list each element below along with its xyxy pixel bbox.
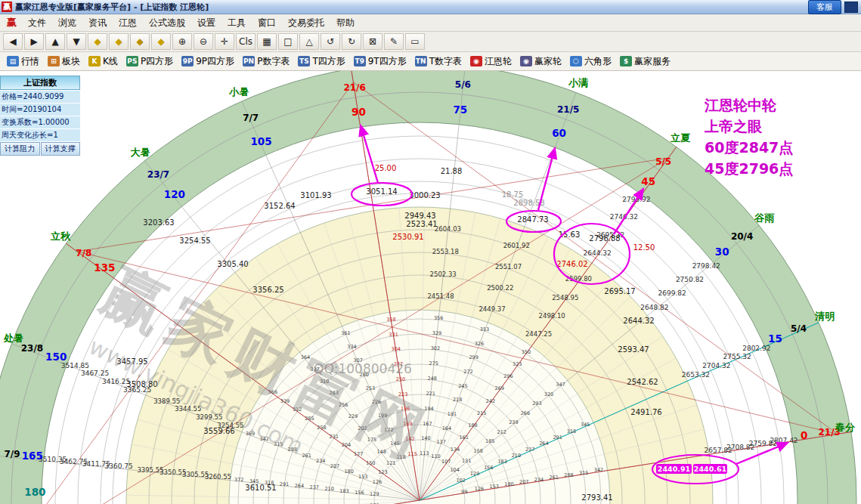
calc-button[interactable]: 计算阻力 xyxy=(0,142,40,156)
svg-text:3101.93: 3101.93 xyxy=(300,191,331,199)
svg-text:45度2796点: 45度2796点 xyxy=(705,160,793,177)
svg-text:2798.42: 2798.42 xyxy=(692,262,720,270)
svg-text:2440.91: 2440.91 xyxy=(658,465,690,473)
menu-item[interactable]: 工具 xyxy=(221,15,252,31)
tool-label: P四方形 xyxy=(141,55,173,68)
tool-T四方形[interactable]: TST四方形 xyxy=(294,54,348,70)
svg-text:242: 242 xyxy=(486,398,495,404)
svg-text:90: 90 xyxy=(352,106,366,118)
svg-text:23/8: 23/8 xyxy=(21,343,43,354)
triangle-tool-icon[interactable]: △ xyxy=(299,33,319,50)
delete-tool-icon[interactable]: ⊠ xyxy=(363,33,382,50)
zoom-out-icon[interactable]: ⊖ xyxy=(194,33,213,50)
calc-button[interactable]: 计算支撑 xyxy=(41,142,81,156)
svg-text:小暑: 小暑 xyxy=(228,86,249,97)
svg-text:21/6: 21/6 xyxy=(343,82,365,93)
tool-badge-icon: 9P xyxy=(181,56,194,66)
svg-text:180: 180 xyxy=(504,481,513,487)
diamond-4-icon[interactable]: ◆ xyxy=(151,33,171,50)
menu-item[interactable]: 浏览 xyxy=(52,15,82,31)
rotate-right-icon[interactable]: ↻ xyxy=(342,33,361,50)
svg-text:3000.23: 3000.23 xyxy=(409,191,440,199)
diamond-2-icon[interactable]: ◆ xyxy=(109,33,129,50)
index-name: 上证指数 xyxy=(0,76,80,90)
clear-button[interactable]: Cls xyxy=(236,33,256,50)
info-row: 周天变化步长=1 xyxy=(0,129,80,141)
back-icon[interactable]: ◀ xyxy=(3,33,23,50)
svg-text:221: 221 xyxy=(426,391,435,397)
svg-text:261: 261 xyxy=(550,475,559,481)
menu-item[interactable]: 江恩 xyxy=(113,15,143,31)
forward-icon[interactable]: ▶ xyxy=(24,33,44,50)
diamond-3-icon[interactable]: ◆ xyxy=(130,33,150,50)
svg-text:264: 264 xyxy=(295,483,304,489)
tool-江恩轮[interactable]: ◉江恩轮 xyxy=(466,54,516,70)
menu-item[interactable]: 交易委托 xyxy=(282,15,330,31)
svg-text:210: 210 xyxy=(512,453,521,459)
svg-text:150: 150 xyxy=(366,460,375,466)
svg-text:266: 266 xyxy=(521,410,530,416)
tool-badge-icon: ◉ xyxy=(470,56,482,66)
tool-9T四方形[interactable]: T99T四方形 xyxy=(350,54,410,70)
svg-text:272: 272 xyxy=(463,369,472,375)
tool-板块[interactable]: ⊞板块 xyxy=(44,54,84,70)
svg-text:立夏: 立夏 xyxy=(670,132,691,144)
tool-9P四方形[interactable]: 9P9P四方形 xyxy=(178,54,238,70)
menu-item[interactable]: 文件 xyxy=(22,15,52,31)
tool-赢家轮[interactable]: ◉赢家轮 xyxy=(516,54,565,70)
svg-text:2491.76: 2491.76 xyxy=(630,408,661,416)
diamond-1-icon[interactable]: ◆ xyxy=(88,33,107,50)
tool-label: 行情 xyxy=(21,55,39,68)
tool-P数字表[interactable]: PNP数字表 xyxy=(239,54,293,70)
svg-text:清明: 清明 xyxy=(814,311,835,322)
rect-tool-icon[interactable]: □ xyxy=(278,33,298,50)
svg-text:150: 150 xyxy=(45,351,67,363)
svg-text:2502.33: 2502.33 xyxy=(430,271,457,278)
rotate-left-icon[interactable]: ↺ xyxy=(321,33,340,50)
svg-text:105: 105 xyxy=(250,135,271,147)
tool-label: K线 xyxy=(103,55,118,68)
tool-行情[interactable]: ▤行情 xyxy=(3,54,43,70)
tool-T数字表[interactable]: TNT数字表 xyxy=(411,54,466,70)
tool-P四方形[interactable]: PSP四方形 xyxy=(122,54,177,70)
svg-text:188: 188 xyxy=(468,422,477,428)
menu-item[interactable]: 帮助 xyxy=(330,15,361,31)
up-icon[interactable]: ▲ xyxy=(45,33,65,50)
tool-赢家服务[interactable]: $赢家服务 xyxy=(616,54,674,70)
svg-text:7/7: 7/7 xyxy=(243,113,259,123)
svg-text:134: 134 xyxy=(451,447,460,453)
svg-text:288: 288 xyxy=(564,472,573,478)
down-icon[interactable]: ▼ xyxy=(67,33,86,50)
svg-text:2498.10: 2498.10 xyxy=(539,312,565,320)
svg-text:3467.25: 3467.25 xyxy=(81,369,109,377)
svg-text:2648.82: 2648.82 xyxy=(640,304,668,311)
menu-item[interactable]: 公式选股 xyxy=(143,15,191,31)
tool-badge-icon: ▤ xyxy=(7,56,19,66)
tool-badge-icon: PN xyxy=(243,56,255,66)
menu-item[interactable]: 设置 xyxy=(191,15,221,31)
svg-text:2750.82: 2750.82 xyxy=(676,276,704,283)
menu-item[interactable]: 窗口 xyxy=(252,15,282,31)
window-control-button[interactable] xyxy=(844,2,858,13)
customer-service-button[interactable]: 客服 xyxy=(808,0,841,14)
select-tool-icon[interactable]: ▭ xyxy=(405,33,425,50)
zoom-in-icon[interactable]: ⊕ xyxy=(172,33,192,50)
tool-label: 9P四方形 xyxy=(196,55,234,68)
draw-tool-icon[interactable]: ✎ xyxy=(384,33,404,50)
svg-text:2593.47: 2593.47 xyxy=(618,345,649,354)
gann-wheel-chart[interactable]: 9910210410711011311511812112312612913112… xyxy=(0,71,861,504)
svg-text:342: 342 xyxy=(594,467,603,473)
tool-label: 板块 xyxy=(62,55,80,68)
tool-badge-icon: PS xyxy=(126,56,138,66)
svg-text:299: 299 xyxy=(469,354,478,360)
menu-item[interactable]: 资讯 xyxy=(82,15,113,31)
svg-text:上帝之眼: 上帝之眼 xyxy=(704,118,763,135)
svg-text:15: 15 xyxy=(768,332,782,345)
tool-六角形[interactable]: ⬡六角形 xyxy=(566,54,615,70)
tool-badge-icon: ◉ xyxy=(520,56,532,66)
grid-icon[interactable]: ▦ xyxy=(257,33,277,50)
svg-text:137: 137 xyxy=(436,439,445,445)
crosshair-icon[interactable]: ✛ xyxy=(215,33,234,50)
svg-text:2802.92: 2802.92 xyxy=(742,345,770,352)
tool-K线[interactable]: KK线 xyxy=(85,54,122,70)
